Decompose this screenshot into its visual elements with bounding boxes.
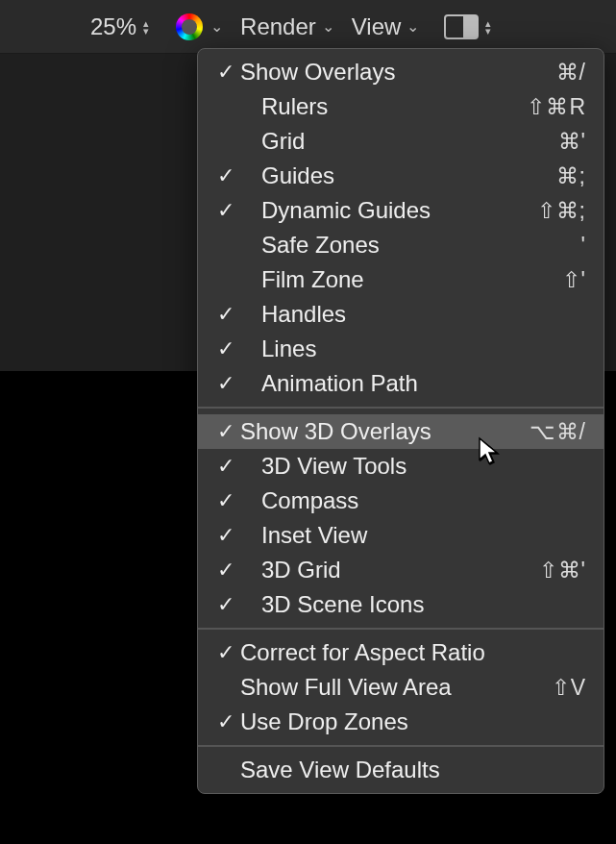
checkmark-icon: ✓ <box>211 709 240 734</box>
menu-item-label: Safe Zones <box>240 232 509 259</box>
checkmark-icon: ✓ <box>211 371 240 396</box>
checkmark-icon: ✓ <box>211 558 240 583</box>
menu-item-label: Animation Path <box>240 370 509 397</box>
zoom-value: 25% <box>90 13 136 40</box>
menu-item-label: Rulers <box>240 93 509 120</box>
checkmark-icon: ✓ <box>211 640 240 665</box>
menu-item-shortcut: ⌘; <box>509 163 586 189</box>
menu-item[interactable]: ✓3D Grid⇧⌘' <box>198 553 604 587</box>
menu-item-label: Save View Defaults <box>240 757 509 783</box>
view-menu-button[interactable]: View ⌄ <box>352 13 420 40</box>
view-label: View <box>352 13 402 40</box>
menu-item[interactable]: ✓Show Overlays⌘/ <box>198 55 604 89</box>
menu-item-label: Inset View <box>240 522 509 549</box>
menu-item-label: 3D Scene Icons <box>240 591 509 618</box>
menu-item[interactable]: ✓Inset View <box>198 518 604 553</box>
menu-item[interactable]: Film Zone⇧' <box>198 262 604 297</box>
menu-item-shortcut: ⌘' <box>509 129 586 155</box>
menu-item-label: Correct for Aspect Ratio <box>240 639 509 666</box>
menu-item-label: Dynamic Guides <box>240 197 509 224</box>
render-menu-button[interactable]: Render ⌄ <box>240 13 334 40</box>
checkmark-icon: ✓ <box>211 198 240 223</box>
checkmark-icon: ✓ <box>211 163 240 188</box>
chevron-down-icon: ⌄ <box>407 17 419 36</box>
menu-item-label: Show Overlays <box>240 59 509 86</box>
menu-item[interactable]: Grid⌘' <box>198 124 604 159</box>
menu-item-shortcut: ⇧' <box>509 267 586 293</box>
checkmark-icon: ✓ <box>211 454 240 479</box>
menu-item[interactable]: ✓3D View Tools <box>198 449 604 484</box>
menu-item[interactable]: ✓Handles <box>198 297 604 332</box>
toolbar: 25% ▴▾ ⌄ Render ⌄ View ⌄ ▴▾ <box>0 0 616 54</box>
stepper-icon: ▴▾ <box>485 19 491 35</box>
menu-separator <box>198 745 604 747</box>
checkmark-icon: ✓ <box>211 419 240 444</box>
menu-item-label: Use Drop Zones <box>240 708 509 735</box>
menu-item[interactable]: ✓Guides⌘; <box>198 159 604 193</box>
menu-item[interactable]: ✓Animation Path <box>198 366 604 401</box>
checkmark-icon: ✓ <box>211 302 240 327</box>
menu-item[interactable]: ✓Lines <box>198 332 604 366</box>
menu-item-shortcut: ⇧⌘R <box>509 94 586 120</box>
checkmark-icon: ✓ <box>211 488 240 513</box>
menu-item[interactable]: ✓Compass <box>198 484 604 518</box>
menu-item[interactable]: Rulers⇧⌘R <box>198 89 604 124</box>
menu-item[interactable]: ✓Use Drop Zones <box>198 705 604 739</box>
checkmark-icon: ✓ <box>211 592 240 617</box>
chevron-down-icon: ⌄ <box>210 17 223 36</box>
menu-item[interactable]: Save View Defaults <box>198 753 604 787</box>
view-dropdown-menu: ✓Show Overlays⌘/Rulers⇧⌘RGrid⌘'✓Guides⌘;… <box>197 48 604 794</box>
panel-toggle-button[interactable]: ▴▾ <box>436 14 491 39</box>
menu-item-label: Grid <box>240 128 509 155</box>
menu-item[interactable]: Safe Zones' <box>198 228 604 262</box>
render-label: Render <box>240 13 316 40</box>
menu-separator <box>198 628 604 630</box>
checkmark-icon: ✓ <box>211 336 240 361</box>
menu-item[interactable]: ✓Correct for Aspect Ratio <box>198 635 604 670</box>
menu-item-label: Guides <box>240 162 509 189</box>
menu-item-label: Lines <box>240 335 509 362</box>
menu-item[interactable]: ✓Dynamic Guides⇧⌘; <box>198 193 604 228</box>
menu-item-label: 3D View Tools <box>240 453 509 480</box>
menu-item-shortcut: ⇧⌘' <box>509 558 586 583</box>
menu-item-label: Show Full View Area <box>240 674 509 701</box>
menu-item-shortcut: ⇧⌘; <box>509 198 586 224</box>
menu-item-label: Handles <box>240 301 509 328</box>
menu-item[interactable]: ✓Show 3D Overlays⌥⌘/ <box>198 414 604 449</box>
menu-item[interactable]: ✓3D Scene Icons <box>198 587 604 622</box>
menu-separator <box>198 407 604 409</box>
menu-item-label: 3D Grid <box>240 557 509 583</box>
zoom-control[interactable]: 25% ▴▾ <box>90 13 149 40</box>
menu-item-label: Show 3D Overlays <box>240 418 509 445</box>
menu-item-label: Film Zone <box>240 266 509 293</box>
checkmark-icon: ✓ <box>211 523 240 548</box>
color-wheel-icon <box>176 13 203 40</box>
checkmark-icon: ✓ <box>211 60 240 85</box>
menu-item[interactable]: Show Full View Area⇧V <box>198 670 604 705</box>
menu-item-shortcut: ⌘/ <box>509 60 586 86</box>
chevron-down-icon: ⌄ <box>322 17 334 36</box>
menu-item-label: Compass <box>240 487 509 514</box>
color-well[interactable]: ⌄ <box>176 13 223 40</box>
menu-item-shortcut: ⌥⌘/ <box>509 419 586 445</box>
panel-icon <box>444 14 479 39</box>
menu-item-shortcut: ' <box>509 233 586 259</box>
menu-item-shortcut: ⇧V <box>509 675 586 701</box>
stepper-icon: ▴▾ <box>143 19 149 35</box>
